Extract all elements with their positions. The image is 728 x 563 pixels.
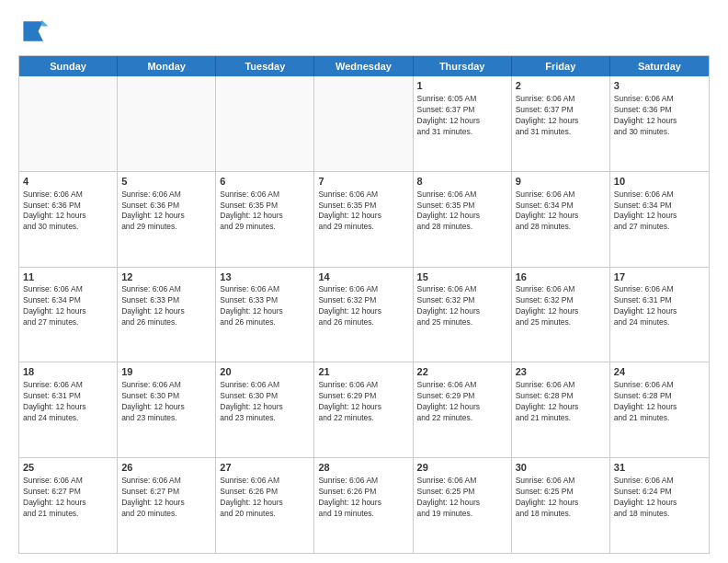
calendar-cell-r2c2: 13Sunrise: 6:06 AM Sunset: 6:33 PM Dayli… xyxy=(216,268,314,362)
page: SundayMondayTuesdayWednesdayThursdayFrid… xyxy=(0,0,728,563)
cell-info: Sunrise: 6:06 AM Sunset: 6:30 PM Dayligh… xyxy=(121,380,211,424)
calendar-cell-r0c0 xyxy=(19,76,118,171)
cell-info: Sunrise: 6:06 AM Sunset: 6:32 PM Dayligh… xyxy=(318,284,408,328)
calendar-cell-r2c6: 17Sunrise: 6:06 AM Sunset: 6:31 PM Dayli… xyxy=(610,268,709,362)
header xyxy=(18,15,710,48)
cell-info: Sunrise: 6:06 AM Sunset: 6:35 PM Dayligh… xyxy=(220,190,310,234)
cell-info: Sunrise: 6:06 AM Sunset: 6:26 PM Dayligh… xyxy=(220,476,310,520)
day-number: 8 xyxy=(417,175,507,189)
calendar-cell-r3c2: 20Sunrise: 6:06 AM Sunset: 6:30 PM Dayli… xyxy=(216,362,314,457)
day-number: 11 xyxy=(23,270,113,284)
calendar-cell-r4c4: 29Sunrise: 6:06 AM Sunset: 6:25 PM Dayli… xyxy=(414,458,512,553)
calendar-row-4: 25Sunrise: 6:06 AM Sunset: 6:27 PM Dayli… xyxy=(19,457,709,553)
calendar-cell-r4c0: 25Sunrise: 6:06 AM Sunset: 6:27 PM Dayli… xyxy=(19,458,118,553)
cell-info: Sunrise: 6:06 AM Sunset: 6:24 PM Dayligh… xyxy=(614,476,705,520)
day-number: 9 xyxy=(516,175,606,189)
day-number: 15 xyxy=(417,270,507,284)
cell-info: Sunrise: 6:06 AM Sunset: 6:33 PM Dayligh… xyxy=(121,284,211,328)
cell-info: Sunrise: 6:05 AM Sunset: 6:37 PM Dayligh… xyxy=(417,94,507,138)
cell-info: Sunrise: 6:06 AM Sunset: 6:31 PM Dayligh… xyxy=(23,380,113,424)
calendar-cell-r4c3: 28Sunrise: 6:06 AM Sunset: 6:26 PM Dayli… xyxy=(314,458,413,553)
calendar-cell-r3c4: 22Sunrise: 6:06 AM Sunset: 6:29 PM Dayli… xyxy=(414,362,512,457)
calendar-cell-r3c6: 24Sunrise: 6:06 AM Sunset: 6:28 PM Dayli… xyxy=(610,362,709,457)
day-number: 22 xyxy=(417,365,507,379)
day-number: 12 xyxy=(121,270,211,284)
calendar-cell-r1c5: 9Sunrise: 6:06 AM Sunset: 6:34 PM Daylig… xyxy=(512,172,610,267)
calendar-cell-r2c4: 15Sunrise: 6:06 AM Sunset: 6:32 PM Dayli… xyxy=(414,268,512,362)
calendar-cell-r2c0: 11Sunrise: 6:06 AM Sunset: 6:34 PM Dayli… xyxy=(19,268,118,362)
calendar-cell-r0c2 xyxy=(216,76,314,171)
cell-info: Sunrise: 6:06 AM Sunset: 6:36 PM Dayligh… xyxy=(23,190,113,234)
calendar-cell-r0c3 xyxy=(314,76,413,171)
header-day-monday: Monday xyxy=(118,56,216,76)
cell-info: Sunrise: 6:06 AM Sunset: 6:35 PM Dayligh… xyxy=(417,190,507,234)
day-number: 10 xyxy=(614,175,705,189)
day-number: 1 xyxy=(417,79,507,93)
cell-info: Sunrise: 6:06 AM Sunset: 6:27 PM Dayligh… xyxy=(23,476,113,520)
calendar-cell-r0c5: 2Sunrise: 6:06 AM Sunset: 6:37 PM Daylig… xyxy=(512,76,610,171)
cell-info: Sunrise: 6:06 AM Sunset: 6:30 PM Dayligh… xyxy=(220,380,310,424)
calendar-cell-r2c5: 16Sunrise: 6:06 AM Sunset: 6:32 PM Dayli… xyxy=(512,268,610,362)
day-number: 6 xyxy=(220,175,310,189)
cell-info: Sunrise: 6:06 AM Sunset: 6:27 PM Dayligh… xyxy=(121,476,211,520)
calendar-cell-r0c1 xyxy=(118,76,216,171)
cell-info: Sunrise: 6:06 AM Sunset: 6:36 PM Dayligh… xyxy=(614,94,705,138)
calendar-cell-r4c1: 26Sunrise: 6:06 AM Sunset: 6:27 PM Dayli… xyxy=(118,458,216,553)
cell-info: Sunrise: 6:06 AM Sunset: 6:26 PM Dayligh… xyxy=(318,476,408,520)
cell-info: Sunrise: 6:06 AM Sunset: 6:25 PM Dayligh… xyxy=(516,476,606,520)
cell-info: Sunrise: 6:06 AM Sunset: 6:28 PM Dayligh… xyxy=(614,380,705,424)
day-number: 5 xyxy=(121,175,211,189)
day-number: 13 xyxy=(220,270,310,284)
cell-info: Sunrise: 6:06 AM Sunset: 6:29 PM Dayligh… xyxy=(417,380,507,424)
cell-info: Sunrise: 6:06 AM Sunset: 6:37 PM Dayligh… xyxy=(516,94,606,138)
day-number: 25 xyxy=(23,461,113,475)
calendar-row-1: 4Sunrise: 6:06 AM Sunset: 6:36 PM Daylig… xyxy=(19,171,709,267)
day-number: 7 xyxy=(318,175,408,189)
cell-info: Sunrise: 6:06 AM Sunset: 6:29 PM Dayligh… xyxy=(318,380,408,424)
day-number: 17 xyxy=(614,270,705,284)
calendar-cell-r3c1: 19Sunrise: 6:06 AM Sunset: 6:30 PM Dayli… xyxy=(118,362,216,457)
day-number: 31 xyxy=(614,461,705,475)
day-number: 14 xyxy=(318,270,408,284)
calendar-cell-r2c1: 12Sunrise: 6:06 AM Sunset: 6:33 PM Dayli… xyxy=(118,268,216,362)
calendar-cell-r4c6: 31Sunrise: 6:06 AM Sunset: 6:24 PM Dayli… xyxy=(610,458,709,553)
header-day-saturday: Saturday xyxy=(610,56,709,76)
calendar-cell-r1c6: 10Sunrise: 6:06 AM Sunset: 6:34 PM Dayli… xyxy=(610,172,709,267)
calendar-cell-r1c2: 6Sunrise: 6:06 AM Sunset: 6:35 PM Daylig… xyxy=(216,172,314,267)
calendar-cell-r4c5: 30Sunrise: 6:06 AM Sunset: 6:25 PM Dayli… xyxy=(512,458,610,553)
cell-info: Sunrise: 6:06 AM Sunset: 6:32 PM Dayligh… xyxy=(516,284,606,328)
day-number: 19 xyxy=(121,365,211,379)
calendar-cell-r1c1: 5Sunrise: 6:06 AM Sunset: 6:36 PM Daylig… xyxy=(118,172,216,267)
calendar-cell-r1c3: 7Sunrise: 6:06 AM Sunset: 6:35 PM Daylig… xyxy=(314,172,413,267)
calendar-row-3: 18Sunrise: 6:06 AM Sunset: 6:31 PM Dayli… xyxy=(19,362,709,457)
header-day-tuesday: Tuesday xyxy=(216,56,314,76)
logo-icon xyxy=(18,15,51,48)
calendar-cell-r0c4: 1Sunrise: 6:05 AM Sunset: 6:37 PM Daylig… xyxy=(414,76,512,171)
cell-info: Sunrise: 6:06 AM Sunset: 6:36 PM Dayligh… xyxy=(121,190,211,234)
day-number: 4 xyxy=(23,175,113,189)
cell-info: Sunrise: 6:06 AM Sunset: 6:35 PM Dayligh… xyxy=(318,190,408,234)
calendar-cell-r3c5: 23Sunrise: 6:06 AM Sunset: 6:28 PM Dayli… xyxy=(512,362,610,457)
calendar-cell-r1c4: 8Sunrise: 6:06 AM Sunset: 6:35 PM Daylig… xyxy=(414,172,512,267)
cell-info: Sunrise: 6:06 AM Sunset: 6:33 PM Dayligh… xyxy=(220,284,310,328)
calendar-cell-r4c2: 27Sunrise: 6:06 AM Sunset: 6:26 PM Dayli… xyxy=(216,458,314,553)
day-number: 27 xyxy=(220,461,310,475)
calendar-cell-r1c0: 4Sunrise: 6:06 AM Sunset: 6:36 PM Daylig… xyxy=(19,172,118,267)
day-number: 20 xyxy=(220,365,310,379)
calendar-row-2: 11Sunrise: 6:06 AM Sunset: 6:34 PM Dayli… xyxy=(19,267,709,362)
calendar: SundayMondayTuesdayWednesdayThursdayFrid… xyxy=(18,55,710,554)
cell-info: Sunrise: 6:06 AM Sunset: 6:34 PM Dayligh… xyxy=(614,190,705,234)
day-number: 29 xyxy=(417,461,507,475)
calendar-body: 1Sunrise: 6:05 AM Sunset: 6:37 PM Daylig… xyxy=(19,76,709,553)
day-number: 28 xyxy=(318,461,408,475)
calendar-header: SundayMondayTuesdayWednesdayThursdayFrid… xyxy=(19,56,709,76)
cell-info: Sunrise: 6:06 AM Sunset: 6:25 PM Dayligh… xyxy=(417,476,507,520)
cell-info: Sunrise: 6:06 AM Sunset: 6:28 PM Dayligh… xyxy=(516,380,606,424)
day-number: 23 xyxy=(516,365,606,379)
cell-info: Sunrise: 6:06 AM Sunset: 6:34 PM Dayligh… xyxy=(516,190,606,234)
day-number: 18 xyxy=(23,365,113,379)
calendar-row-0: 1Sunrise: 6:05 AM Sunset: 6:37 PM Daylig… xyxy=(19,76,709,171)
header-day-thursday: Thursday xyxy=(414,56,512,76)
cell-info: Sunrise: 6:06 AM Sunset: 6:32 PM Dayligh… xyxy=(417,284,507,328)
calendar-cell-r3c3: 21Sunrise: 6:06 AM Sunset: 6:29 PM Dayli… xyxy=(314,362,413,457)
